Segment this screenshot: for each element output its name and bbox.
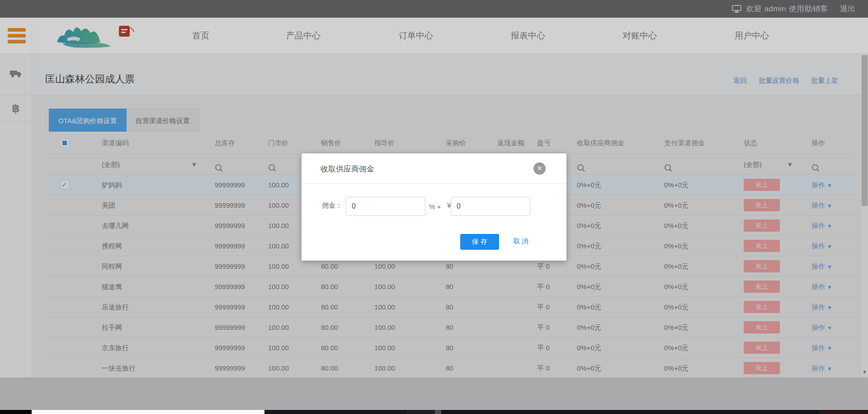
screen: 欢迎 admin 使用助销客 退出 首页产品中心订单中心报表中心对账中心用户中心 xyxy=(0,0,868,414)
fee-form: 佣金： % + ¥ xyxy=(302,197,566,216)
bottom-strip-segment xyxy=(0,410,32,414)
close-icon[interactable]: ✕ xyxy=(533,162,546,175)
bottom-strip-segment xyxy=(32,410,264,414)
supplier-fee-modal: 收取供应商佣金 ✕ 佣金： % + ¥ 保 存 取 消 xyxy=(302,153,566,261)
percent-input[interactable] xyxy=(346,197,425,216)
modal-divider xyxy=(302,183,566,184)
cancel-button[interactable]: 取 消 xyxy=(513,237,528,246)
percent-suffix: % + xyxy=(429,203,441,210)
modal-buttons: 保 存 取 消 xyxy=(302,234,566,250)
amount-input[interactable] xyxy=(451,197,530,216)
bottom-strip-segment xyxy=(435,410,441,414)
bottom-strip-segment xyxy=(819,410,868,414)
save-button[interactable]: 保 存 xyxy=(460,234,499,250)
bottom-strip-segment xyxy=(407,410,435,414)
bottom-strip-segment xyxy=(264,410,407,414)
modal-title: 收取供应商佣金 xyxy=(321,164,374,174)
fee-label: 佣金： xyxy=(322,201,342,210)
bottom-strip-segment xyxy=(441,410,819,414)
